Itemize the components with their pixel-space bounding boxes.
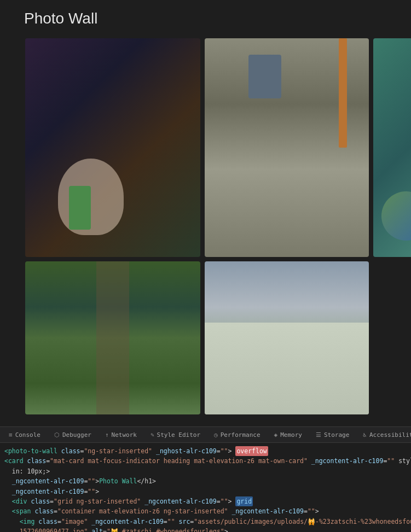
accessibility-icon: ♿ — [363, 431, 367, 439]
photo-card-5[interactable] — [205, 261, 369, 414]
photo-card-1[interactable] — [25, 38, 200, 257]
code-line-3: in: 10px;> — [0, 466, 411, 476]
code-line-8: <img class="image" _ngcontent-alr-c109="… — [0, 517, 411, 527]
console-icon: ≡ — [9, 431, 13, 439]
code-attr: class — [57, 446, 80, 456]
photo-card-3[interactable] — [373, 38, 411, 257]
memory-icon: ◈ — [274, 431, 278, 439]
performance-icon: ◷ — [214, 431, 218, 439]
tab-debugger[interactable]: ⬡ Debugger — [48, 427, 99, 442]
app-area: Photo Wall — [0, 0, 411, 426]
photo-card-4[interactable] — [25, 261, 200, 414]
overflow-badge: overflow — [235, 446, 268, 456]
tab-memory[interactable]: ◈ Memory — [268, 427, 309, 442]
tab-console[interactable]: ≡ Console — [2, 427, 48, 442]
tab-accessibility[interactable]: ♿ Accessibility — [356, 427, 411, 442]
grid-badge: grid — [235, 496, 253, 506]
code-line-6: <div class="grid ng-star-inserted" _ngco… — [0, 496, 411, 506]
code-line-9: 1572600969477.jpg" alt="😸 #zatschi #whon… — [0, 527, 411, 532]
style-editor-icon: ✎ — [150, 431, 154, 439]
tab-storage[interactable]: ☰ Storage — [309, 427, 356, 442]
network-icon: ↑ — [105, 431, 109, 439]
devtools-toolbar: ≡ Console ⬡ Debugger ↑ Network ✎ Style E… — [0, 427, 411, 443]
devtools-panel: ≡ Console ⬡ Debugger ↑ Network ✎ Style E… — [0, 426, 411, 532]
debugger-icon: ⬡ — [54, 431, 60, 439]
tab-network[interactable]: ↑ Network — [99, 427, 144, 442]
photo-card-2[interactable] — [205, 38, 369, 257]
code-line-1: <photo-to-wall class="ng-star-inserted" … — [0, 446, 411, 456]
code-line-7: <span class="container mat-elevation-z6 … — [0, 506, 411, 516]
code-area: <photo-to-wall class="ng-star-inserted" … — [0, 443, 411, 532]
code-line-4: _ngcontent-alr-c109="">Photo Wall</h1> — [0, 476, 411, 486]
code-tag: <photo-to-wall — [4, 446, 57, 456]
tab-performance[interactable]: ◷ Performance — [207, 427, 267, 442]
code-line-2: <card class="mat-card mat-focus-indicato… — [0, 456, 411, 466]
tab-style-editor[interactable]: ✎ Style Editor — [144, 427, 207, 442]
photo-grid — [0, 38, 411, 426]
code-line-5: _ngcontent-alr-c109=""> — [0, 487, 411, 496]
page-title: Photo Wall — [0, 0, 121, 37]
storage-icon: ☰ — [316, 431, 321, 439]
